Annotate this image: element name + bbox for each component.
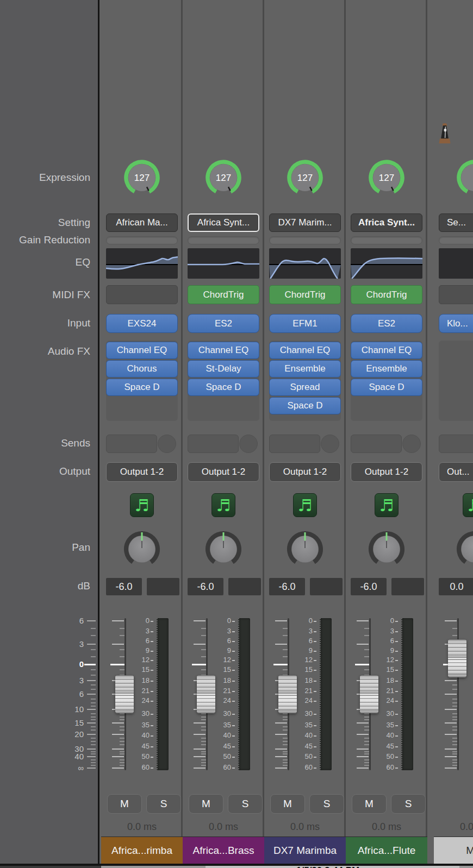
channel-setting-button[interactable]: Se... xyxy=(439,213,473,232)
send-slot[interactable] xyxy=(188,435,239,453)
latency-display: 0.0 ms xyxy=(183,821,264,833)
meter-scale-label: 18 xyxy=(292,676,316,684)
fader-scale-label: ∞ xyxy=(78,763,84,772)
audio-fx-plugin-button[interactable]: Channel EQ xyxy=(188,342,259,359)
send-level-knob[interactable] xyxy=(402,435,421,453)
send-slot[interactable] xyxy=(269,435,320,453)
mute-button[interactable]: M xyxy=(352,794,387,814)
output-button[interactable]: Output 1-2 xyxy=(106,462,178,482)
track-name-label[interactable]: DX7 Marimba xyxy=(264,836,346,864)
channel-setting-button[interactable]: DX7 Marim... xyxy=(269,213,341,232)
send-level-knob[interactable] xyxy=(158,435,176,453)
output-button[interactable]: Output 1-2 xyxy=(269,462,341,482)
eq-thumbnail[interactable] xyxy=(351,248,422,279)
track-name-label[interactable]: Africa...Brass xyxy=(183,836,264,864)
pan-knob[interactable] xyxy=(368,530,406,568)
meter-scale-label: 35 xyxy=(462,721,473,729)
pan-knob[interactable] xyxy=(456,530,473,568)
gain-reduction-meter xyxy=(439,236,473,244)
output-button[interactable]: Output 1-2 xyxy=(188,462,259,482)
fader-minor-tick xyxy=(201,753,206,754)
audio-fx-plugin-button[interactable]: Space D xyxy=(351,379,422,396)
audio-fx-plugin-button[interactable]: St-Delay xyxy=(188,360,259,378)
fader-minor-tick xyxy=(283,656,288,657)
midi-fx-slot[interactable]: ChordTrig xyxy=(269,285,341,304)
meter-scale-label: 6 xyxy=(462,637,473,645)
eq-thumbnail[interactable] xyxy=(439,248,473,279)
channel-setting-button[interactable]: Africa Synt... xyxy=(351,213,422,232)
meter-scale-label: 24 xyxy=(211,696,235,705)
bottom-bar-segment xyxy=(459,866,473,868)
instrument-input-button[interactable]: ES2 xyxy=(188,314,259,333)
expression-knob[interactable]: 127 xyxy=(206,160,241,196)
track-name-label[interactable]: Africa...Flute xyxy=(346,836,427,864)
audio-fx-plugin-button[interactable]: Space D xyxy=(188,379,259,396)
volume-db-display[interactable]: -6.0 xyxy=(351,578,387,595)
send-level-knob[interactable] xyxy=(239,435,258,453)
meter-scale-label: 3 xyxy=(211,627,235,635)
pan-knob[interactable] xyxy=(123,530,161,568)
send-level-knob[interactable] xyxy=(321,435,339,453)
output-button[interactable]: Out... xyxy=(439,462,473,482)
midi-fx-slot[interactable] xyxy=(439,285,473,304)
expression-knob[interactable]: 127 xyxy=(369,160,404,196)
meter-scale-label: 60 xyxy=(211,763,235,771)
audio-fx-plugin-button[interactable]: Channel EQ xyxy=(351,342,422,359)
instrument-input-button[interactable]: ES2 xyxy=(351,314,422,333)
audio-fx-plugin-button[interactable]: Ensemble xyxy=(269,360,341,378)
mute-button[interactable]: M xyxy=(189,794,223,814)
track-name-label[interactable]: Africa...rimba xyxy=(101,836,183,864)
audio-fx-plugin-button[interactable]: Ensemble xyxy=(351,360,422,378)
track-name-label[interactable]: Met xyxy=(434,836,473,864)
expression-knob[interactable] xyxy=(457,160,473,196)
audio-fx-plugin-button[interactable]: Space D xyxy=(269,397,341,414)
eq-thumbnail[interactable] xyxy=(188,248,259,279)
audio-fx-plugin-button[interactable]: Channel EQ xyxy=(269,342,341,359)
meter-scale-label: 30 xyxy=(211,709,235,718)
audio-fx-plugin-button[interactable]: Chorus xyxy=(106,360,178,378)
peak-level-display[interactable] xyxy=(228,578,261,595)
solo-button[interactable]: S xyxy=(146,794,181,814)
peak-level-display[interactable] xyxy=(310,578,343,595)
volume-db-display[interactable]: -6.0 xyxy=(188,578,223,595)
mute-button[interactable]: M xyxy=(107,794,142,814)
audio-fx-plugin-button[interactable]: Space D xyxy=(106,379,178,396)
output-button[interactable]: Output 1-2 xyxy=(351,462,422,482)
pan-knob[interactable] xyxy=(204,530,242,568)
peak-level-display[interactable] xyxy=(147,578,179,595)
meter-scale-label: 15 xyxy=(129,665,153,674)
midi-fx-slot[interactable] xyxy=(106,285,178,304)
expression-knob[interactable]: 127 xyxy=(287,160,323,196)
audio-fx-plugin-button[interactable]: Spread xyxy=(269,379,341,396)
meter-scale-label: 40 xyxy=(374,731,398,739)
fader-scale-label: 40 xyxy=(74,752,84,761)
eq-thumbnail[interactable] xyxy=(269,248,341,279)
send-slot[interactable] xyxy=(439,435,473,453)
mute-button[interactable]: M xyxy=(270,794,305,814)
eq-thumbnail[interactable] xyxy=(106,248,178,279)
fader-minor-tick xyxy=(364,738,369,739)
solo-button[interactable]: S xyxy=(391,794,426,814)
send-slot[interactable] xyxy=(106,435,157,453)
peak-level-display[interactable] xyxy=(391,578,424,595)
channel-setting-button[interactable]: Africa Synt... xyxy=(188,213,259,232)
send-slot[interactable] xyxy=(351,435,402,453)
audio-fx-plugin-button[interactable]: Channel EQ xyxy=(106,342,178,359)
instrument-input-button[interactable]: Klo... xyxy=(439,314,473,333)
solo-button[interactable]: S xyxy=(228,794,263,814)
instrument-input-button[interactable]: EXS24 xyxy=(106,314,178,333)
solo-button[interactable]: S xyxy=(309,794,344,814)
fader-minor-tick xyxy=(283,719,288,720)
volume-db-display[interactable]: 0.0 xyxy=(439,578,473,595)
instrument-input-button[interactable]: EFM1 xyxy=(269,314,341,333)
meter-scale-label: 9 xyxy=(292,646,316,655)
midi-fx-slot[interactable]: ChordTrig xyxy=(188,285,259,304)
pan-knob[interactable] xyxy=(286,530,324,568)
expression-knob[interactable]: 127 xyxy=(124,160,160,196)
channel-setting-button[interactable]: African Ma... xyxy=(106,213,178,232)
midi-fx-slot[interactable]: ChordTrig xyxy=(351,285,422,304)
fader-minor-tick xyxy=(452,765,457,766)
midi-instrument-icon: ♬ xyxy=(211,493,235,517)
volume-db-display[interactable]: -6.0 xyxy=(106,578,142,595)
volume-db-display[interactable]: -6.0 xyxy=(269,578,305,595)
